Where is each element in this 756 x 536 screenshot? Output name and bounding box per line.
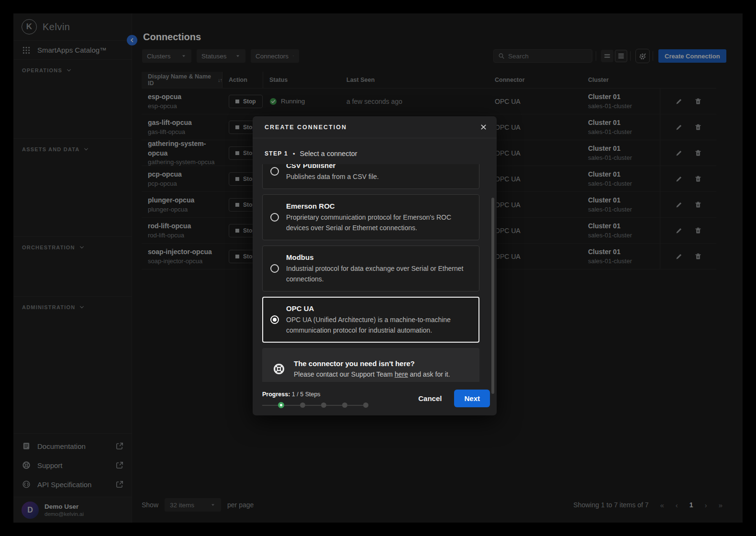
support-panel: The connector you need isn't here? Pleas…	[262, 348, 479, 382]
connector-options-scroll-area: CSV Publisher Publishes data from a CSV …	[253, 164, 497, 382]
support-link[interactable]: here	[395, 370, 408, 378]
connector-option-name: OPC UA	[286, 304, 469, 313]
cancel-button[interactable]: Cancel	[418, 394, 442, 402]
connector-option[interactable]: Modbus Industrial protocol for data exch…	[262, 246, 479, 291]
progress-steps	[262, 402, 368, 408]
progress-label: Progress: 1 / 5 Steps	[262, 391, 368, 398]
next-button[interactable]: Next	[454, 390, 490, 407]
connector-option[interactable]: CSV Publisher Publishes data from a CSV …	[262, 164, 479, 189]
radio-icon[interactable]	[270, 167, 279, 176]
connector-option-name: Emerson ROC	[286, 201, 469, 211]
progress-step-dot	[321, 402, 326, 408]
radio-icon[interactable]	[270, 264, 279, 273]
modal-footer: Progress: 1 / 5 Steps	[253, 382, 497, 414]
connector-option-description: Proprietary communication protocol for E…	[286, 212, 469, 233]
connector-option[interactable]: Emerson ROC Proprietary communication pr…	[262, 194, 479, 240]
connector-option-description: OPC UA (Unified Architecture) is a machi…	[286, 314, 469, 335]
create-connection-modal: CREATE CONNECTION STEP 1 • Select a conn…	[253, 116, 497, 415]
close-icon[interactable]	[477, 121, 490, 134]
connector-option[interactable]: OPC UA OPC UA (Unified Architecture) is …	[262, 297, 479, 343]
lifebuoy-icon	[273, 363, 285, 375]
connector-option-description: Publishes data from a CSV file.	[286, 171, 379, 182]
modal-scrollbar-thumb[interactable]	[491, 198, 494, 394]
connector-option-name: Modbus	[286, 253, 469, 262]
support-title: The connector you need isn't here?	[294, 358, 450, 368]
connector-option-description: Industrial protocol for data exchange ov…	[286, 263, 469, 284]
progress-step-dot	[278, 402, 284, 408]
progress-step-dot	[342, 402, 347, 408]
step-indicator: STEP 1 • Select a connector	[253, 138, 497, 164]
radio-icon[interactable]	[270, 315, 279, 324]
app-window: K Kelvin SmartApps Catalog™ OPERATIONS	[13, 13, 743, 523]
radio-icon[interactable]	[270, 213, 279, 222]
progress-step-dot	[300, 402, 305, 408]
modal-title: CREATE CONNECTION	[265, 124, 347, 131]
progress-step-dot	[363, 402, 368, 408]
connector-option-name: CSV Publisher	[286, 164, 379, 170]
support-text: Please contact our Support Team here and…	[294, 369, 450, 380]
